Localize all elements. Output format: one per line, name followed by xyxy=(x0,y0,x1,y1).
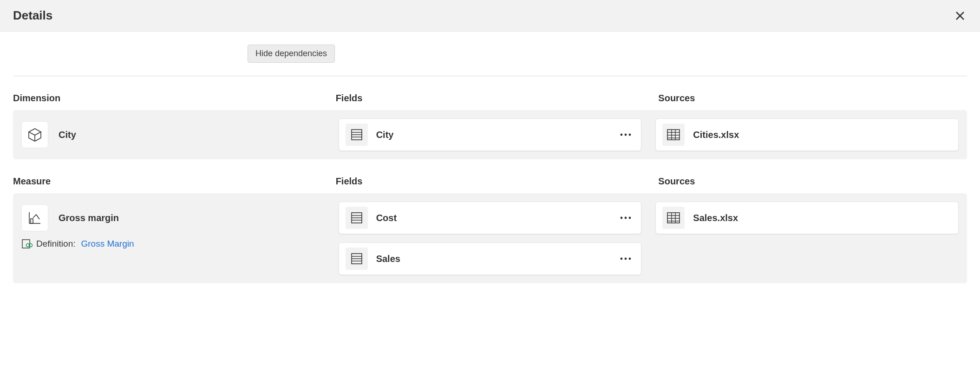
field-card[interactable]: City xyxy=(339,118,642,151)
svg-rect-11 xyxy=(667,130,679,140)
dimension-item: City xyxy=(21,118,325,148)
definition-icon xyxy=(21,239,33,249)
close-icon xyxy=(955,11,965,21)
definition-row: Definition: Gross Margin xyxy=(21,239,325,249)
field-more-button[interactable] xyxy=(617,213,634,222)
field-icon xyxy=(346,124,368,146)
toolbar: Hide dependencies xyxy=(0,32,980,71)
field-label: Sales xyxy=(376,254,609,264)
measure-item-wrap: Gross margin Definition: Gross Margin xyxy=(21,202,325,249)
measure-row: Gross margin Definition: Gross Margin xyxy=(13,193,967,283)
field-more-button[interactable] xyxy=(617,254,634,263)
svg-rect-17 xyxy=(31,219,33,223)
worksheet-icon xyxy=(662,207,685,229)
col-header-fields: Fields xyxy=(336,93,645,104)
field-label: City xyxy=(376,130,609,140)
chart-icon xyxy=(21,204,48,231)
cube-icon xyxy=(21,121,48,148)
svg-point-27 xyxy=(629,217,631,219)
section-headers-measure: Measure Fields Sources xyxy=(13,176,967,187)
panel-header: Details xyxy=(0,0,980,32)
section-headers-dimension: Dimension Fields Sources xyxy=(13,93,967,104)
col-header-fields: Fields xyxy=(336,176,645,187)
dimension-fields: City xyxy=(339,118,642,151)
worksheet-icon xyxy=(662,124,685,146)
source-card[interactable]: Cities.xlsx xyxy=(655,118,959,151)
col-header-type: Measure xyxy=(13,176,322,187)
sections-container: Dimension Fields Sources City xyxy=(0,93,980,302)
svg-marker-2 xyxy=(29,129,41,135)
details-panel: Details Hide dependencies Dimension Fiel… xyxy=(0,0,980,302)
field-icon xyxy=(346,248,368,270)
source-label: Cities.xlsx xyxy=(693,130,952,140)
svg-point-26 xyxy=(625,217,627,219)
svg-point-34 xyxy=(629,258,631,260)
dimension-label: City xyxy=(59,130,76,140)
definition-link[interactable]: Gross Margin xyxy=(81,239,134,249)
divider xyxy=(13,76,967,76)
hide-dependencies-button[interactable]: Hide dependencies xyxy=(248,45,335,63)
field-more-button[interactable] xyxy=(617,130,634,139)
svg-point-10 xyxy=(629,134,631,136)
more-icon xyxy=(620,257,632,261)
more-icon xyxy=(620,216,632,220)
source-label: Sales.xlsx xyxy=(693,213,952,223)
col-header-type: Dimension xyxy=(13,93,322,104)
panel-title: Details xyxy=(13,8,52,23)
measure-label: Gross margin xyxy=(59,213,119,223)
dimension-row: City City xyxy=(13,110,967,159)
more-icon xyxy=(620,133,632,137)
definition-label: Definition: xyxy=(36,239,76,249)
svg-point-25 xyxy=(621,217,623,219)
svg-point-9 xyxy=(625,134,627,136)
measure-fields: Cost xyxy=(339,202,642,275)
svg-point-33 xyxy=(625,258,627,260)
field-icon xyxy=(346,207,368,229)
svg-point-32 xyxy=(621,258,623,260)
measure-sources: Sales.xlsx xyxy=(655,202,959,234)
measure-item: Gross margin xyxy=(21,202,325,231)
col-header-sources: Sources xyxy=(658,93,967,104)
dimension-sources: Cities.xlsx xyxy=(655,118,959,151)
svg-rect-35 xyxy=(667,213,679,223)
source-card[interactable]: Sales.xlsx xyxy=(655,202,959,234)
field-card[interactable]: Cost xyxy=(339,202,642,234)
field-card[interactable]: Sales xyxy=(339,242,642,275)
col-header-sources: Sources xyxy=(658,176,967,187)
close-button[interactable] xyxy=(953,9,967,23)
svg-point-8 xyxy=(621,134,623,136)
field-label: Cost xyxy=(376,213,609,223)
